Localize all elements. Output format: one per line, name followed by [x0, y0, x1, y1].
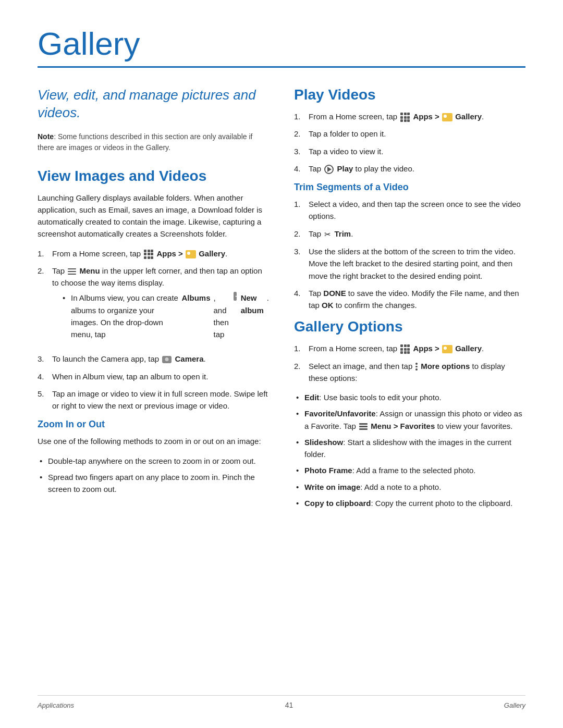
zoom-subtitle: Zoom In or Out — [38, 419, 269, 430]
apps-grid-icon — [144, 250, 153, 259]
play-icon — [324, 165, 334, 174]
title-underline — [38, 66, 525, 68]
go-step-2: 2. Select an image, and then tap More op… — [294, 360, 525, 385]
step-4: 4. When in Album view, tap an album to o… — [38, 371, 269, 382]
go-bullet-edit: Edit: Use basic tools to edit your photo… — [294, 391, 525, 403]
page-subtitle: View, edit, and manage pictures and vide… — [38, 87, 269, 122]
footer-center: 41 — [285, 701, 293, 709]
gallery-options-steps: 1. From a Home screen, tap Apps > Galler… — [294, 342, 525, 384]
section-title-play-videos: Play Videos — [294, 87, 525, 103]
trim-step-2: 2. Tap ✂ Trim. — [294, 228, 525, 241]
right-column: Play Videos 1. From a Home screen, tap A… — [294, 87, 525, 516]
gallery-icon-pv — [442, 113, 452, 121]
gallery-options-bullets: Edit: Use basic tools to edit your photo… — [294, 391, 525, 509]
gallery-icon-go — [442, 345, 452, 353]
step-1: 1. From a Home screen, tap Apps > Galler… — [38, 248, 269, 260]
go-bullet-writeonimage: Write on image: Add a note to a photo. — [294, 481, 525, 493]
step-5: 5. Tap an image or video to view it in f… — [38, 388, 269, 412]
trim-step-1: 1. Select a video, and then tap the scre… — [294, 198, 525, 223]
footer-left: Applications — [38, 701, 74, 709]
view-images-steps: 1. From a Home screen, tap Apps > Galler… — [38, 248, 269, 412]
view-images-body: Launching Gallery displays available fol… — [38, 192, 269, 240]
pv-step-1: 1. From a Home screen, tap Apps > Galler… — [294, 110, 525, 122]
step-2-subbullets: In Albums view, you can create albums to… — [60, 292, 269, 340]
apps-grid-icon-go — [400, 344, 410, 354]
apps-grid-icon-pv — [400, 113, 410, 122]
menu-icon — [68, 268, 76, 275]
left-column: View, edit, and manage pictures and vide… — [38, 87, 269, 502]
step-3: 3. To launch the Camera app, tap Camera. — [38, 353, 269, 365]
trim-step-3: 3. Use the sliders at the bottom of the … — [294, 245, 525, 282]
pv-step-2: 2. Tap a folder to open it. — [294, 128, 525, 140]
trim-subtitle: Trim Segments of a Video — [294, 182, 525, 193]
note-label: Note — [38, 132, 54, 141]
go-step-1: 1. From a Home screen, tap Apps > Galler… — [294, 342, 525, 354]
sub-bullet-albums: In Albums view, you can create albums to… — [60, 292, 269, 340]
play-videos-steps: 1. From a Home screen, tap Apps > Galler… — [294, 110, 525, 175]
gallery-icon — [186, 250, 196, 258]
zoom-bullet-1: Double-tap anywhere on the screen to zoo… — [38, 455, 269, 467]
trim-steps: 1. Select a video, and then tap the scre… — [294, 198, 525, 311]
more-options-icon — [415, 363, 418, 371]
zoom-bullets: Double-tap anywhere on the screen to zoo… — [38, 455, 269, 496]
note-text: : Some functions described in this secti… — [38, 132, 252, 152]
camera-icon — [162, 356, 172, 363]
menu-icon-fav — [359, 423, 368, 430]
zoom-bullet-2: Spread two fingers apart on any place to… — [38, 471, 269, 496]
trim-step-4: 4. Tap DONE to save the video. Modify th… — [294, 287, 525, 312]
pv-step-4: 4. Tap Play to play the video. — [294, 163, 525, 175]
footer-right: Gallery — [504, 701, 525, 709]
page-title: Gallery — [38, 25, 525, 62]
go-bullet-copyclipboard: Copy to clipboard: Copy the current phot… — [294, 497, 525, 509]
new-album-icon — [234, 292, 237, 301]
go-bullet-photoframe: Photo Frame: Add a frame to the selected… — [294, 464, 525, 476]
section-title-gallery-options: Gallery Options — [294, 318, 525, 335]
go-bullet-favorite: Favorite/Unfavorite: Assign or unassign … — [294, 408, 525, 432]
note-box: Note: Some functions described in this s… — [38, 131, 269, 153]
go-bullet-slideshow: Slideshow: Start a slideshow with the im… — [294, 436, 525, 461]
trim-icon: ✂ — [324, 228, 331, 240]
step-2: 2. Tap Menu in the upper left corner, an… — [38, 265, 269, 348]
pv-step-3: 3. Tap a video to view it. — [294, 145, 525, 157]
section-title-view-images: View Images and Videos — [38, 168, 269, 184]
page-footer: Applications 41 Gallery — [38, 695, 525, 709]
zoom-intro: Use one of the following methods to zoom… — [38, 435, 269, 447]
